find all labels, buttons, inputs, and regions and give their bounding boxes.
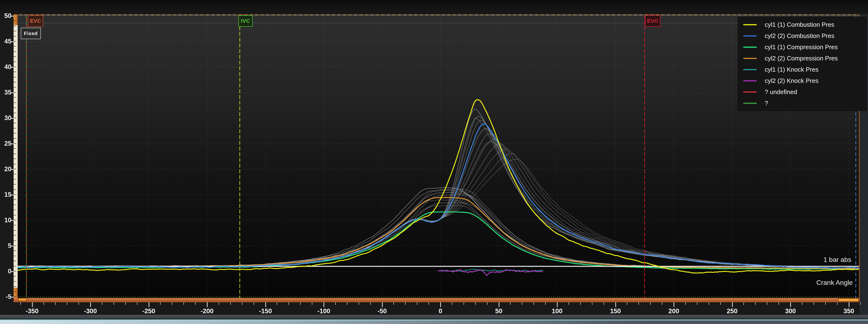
fixed-marker-label[interactable]: Fixed (21, 28, 41, 39)
x-tick-mark (20, 302, 21, 305)
x-tick-mark (837, 302, 837, 305)
x-tick-label: -300 (76, 307, 105, 315)
x-tick-mark (195, 302, 196, 305)
legend-item-label: cyl1 (1) Knock Pres (765, 66, 818, 73)
legend-item-cyl2-combustion[interactable]: cyl2 (2) Combustion Pres (738, 30, 867, 41)
x-tick-mark (114, 302, 114, 305)
y-tick-label: 0 (0, 268, 11, 275)
x-tick-label: 100 (543, 307, 571, 315)
x-tick-mark (557, 302, 558, 307)
x-tick-mark (720, 302, 721, 305)
legend-item-cyl1-compression[interactable]: cyl1 (1) Compression Pres (738, 41, 867, 53)
y-tick-label: -5 (0, 293, 11, 301)
x-tick-mark (219, 302, 219, 305)
legend-item-cyl2-compression[interactable]: cyl2 (2) Compression Pres (738, 53, 867, 64)
x-tick-mark (429, 302, 429, 305)
pressure-vs-crank-angle-plot[interactable] (13, 14, 860, 298)
ivc-marker-label[interactable]: IVC (238, 15, 253, 27)
series-color-swatch (743, 58, 757, 59)
x-tick-mark (254, 302, 254, 305)
x-tick-mark (102, 302, 102, 305)
legend-item-label: cyl2 (2) Combustion Pres (765, 32, 834, 40)
x-tick-label: -250 (134, 307, 163, 315)
series-color-swatch (743, 103, 757, 104)
series-color-swatch (743, 91, 757, 93)
x-tick-label: -50 (368, 307, 397, 315)
x-tick-mark (568, 302, 569, 305)
x-tick-label: 50 (485, 307, 513, 315)
window-bottom-bar[interactable] (0, 315, 868, 319)
x-tick-mark (32, 302, 33, 307)
top-margin (0, 0, 868, 14)
x-tick-mark (207, 302, 208, 307)
y-tick-label: 25 (0, 140, 11, 147)
evc-marker-label[interactable]: EVC (28, 15, 43, 27)
x-axis-scrollbar-right-handle[interactable] (838, 298, 859, 302)
x-tick-label: -150 (251, 307, 280, 315)
x-tick-mark (743, 302, 744, 305)
legend-item-label: ? undefined (765, 88, 797, 96)
x-tick-mark (522, 302, 522, 305)
y-tick-label: 50 (0, 12, 11, 20)
x-tick-mark (277, 302, 277, 305)
x-tick-label: -200 (193, 307, 221, 315)
legend-item-cyl1-knock[interactable]: cyl1 (1) Knock Pres (738, 64, 867, 75)
evo-marker-label[interactable]: EVO (645, 15, 660, 27)
plot-top-accent-line (13, 15, 860, 16)
x-tick-mark (627, 302, 627, 305)
x-tick-mark (499, 302, 499, 307)
x-tick-mark (697, 302, 698, 305)
y-tick-mark (11, 41, 14, 42)
legend-item-label: cyl1 (1) Compression Pres (765, 43, 838, 51)
x-tick-mark (417, 302, 417, 305)
y-tick-mark (11, 169, 14, 170)
legend-item-undefined[interactable]: ? undefined (738, 86, 867, 98)
x-tick-mark (650, 302, 651, 305)
legend-item-cyl2-knock[interactable]: cyl2 (2) Knock Pres (738, 75, 867, 86)
legend-item-unknown[interactable]: ? (738, 98, 867, 109)
x-tick-mark (790, 302, 791, 307)
x-tick-mark (265, 302, 266, 307)
x-tick-mark (464, 302, 464, 305)
y-tick-mark (11, 271, 14, 272)
x-tick-mark (615, 302, 616, 307)
y-tick-label: 30 (0, 114, 11, 122)
x-tick-label: 0 (426, 307, 455, 315)
y-tick-mark (11, 16, 14, 17)
x-tick-mark (802, 302, 802, 305)
x-axis-scrollbar-left-handle[interactable] (18, 298, 27, 301)
y-tick-label: 45 (0, 38, 11, 45)
x-tick-label: 350 (835, 307, 863, 315)
x-tick-mark (312, 302, 312, 305)
y-tick-label: 40 (0, 63, 11, 71)
x-tick-mark (55, 302, 56, 305)
x-tick-label: -100 (309, 307, 338, 315)
legend-item-label: cyl1 (1) Combustion Pres (765, 21, 834, 28)
x-tick-mark (849, 302, 849, 307)
x-tick-mark (160, 302, 161, 305)
x-tick-label: 150 (601, 307, 630, 315)
y-tick-label: 20 (0, 166, 11, 173)
series-color-swatch (743, 35, 757, 36)
x-tick-mark (405, 302, 406, 305)
x-tick-mark (510, 302, 510, 305)
x-tick-mark (592, 302, 592, 305)
x-tick-mark (323, 302, 324, 307)
x-tick-mark (860, 302, 861, 305)
x-axis-scrollbar[interactable] (13, 298, 860, 302)
y-tick-mark (11, 246, 14, 246)
x-tick-mark (639, 302, 639, 305)
x-tick-mark (709, 302, 709, 305)
x-tick-mark (825, 302, 826, 305)
y-tick-label: 10 (0, 216, 11, 224)
legend-item-cyl1-combustion[interactable]: cyl1 (1) Combustion Pres (738, 19, 867, 30)
legend-item-label: ? (765, 99, 768, 107)
x-tick-mark (382, 302, 383, 307)
y-tick-label: 15 (0, 191, 11, 198)
series-color-swatch (743, 69, 757, 70)
y-tick-mark (11, 118, 14, 119)
x-tick-label: 300 (776, 307, 805, 315)
x-axis-title: Crank Angle (816, 279, 853, 287)
x-tick-mark (149, 302, 149, 307)
x-tick-mark (67, 302, 67, 305)
